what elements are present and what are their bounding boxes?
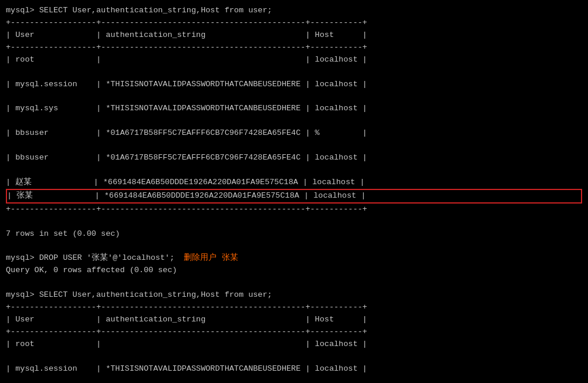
table2-row-0: | root | | localhost | [6, 340, 367, 348]
query1-line: mysql> SELECT User,authentication_string… [6, 6, 272, 15]
terminal-content: mysql> SELECT User,authentication_string… [6, 5, 582, 189]
highlighted-row-pre: | 张某 | *6691484EA6B50DDDE1926A220DA01FA9… [6, 189, 582, 204]
table1-border-top: +------------------+--------------------… [6, 18, 367, 27]
table1-bottom: +------------------+--------------------… [6, 204, 582, 383]
table1-footer: 7 rows in set (0.00 sec) [6, 229, 120, 238]
table2-row-1: | mysql.session | *THISISNOTAVALIDPASSWO… [6, 364, 367, 373]
table2-border-top: +------------------+--------------------… [6, 303, 367, 311]
table1-row-3: | bbsuser | *01A6717B58FF5C7EAFFF6CB7C96… [6, 128, 367, 137]
table1-header: | User | authentication_string | Host | [6, 30, 367, 39]
drop-result: Query OK, 0 rows affected (0.00 sec) [6, 266, 177, 274]
drop-comment: 删除用户 张某 [174, 253, 238, 262]
terminal-window: mysql> SELECT User,authentication_string… [6, 5, 582, 383]
table2-border-mid: +------------------+--------------------… [6, 327, 367, 336]
highlighted-row-wrapper: | 张某 | *6691484EA6B50DDDE1926A220DA01FA9… [6, 189, 582, 204]
table1-row-5: | 赵某 | *6691484EA6B50DDDE1926A220DA01FA9… [6, 178, 364, 187]
table1-border-mid: +------------------+--------------------… [6, 43, 367, 52]
table1-row-2: | mysql.sys | *THISISNOTAVALIDPASSWORDTH… [6, 104, 367, 113]
red-row-span: | 张某 | *6691484EA6B50DDDE1926A220DA01FA9… [6, 189, 582, 204]
table2-header: | User | authentication_string | Host | [6, 315, 367, 324]
table1-border-bot: +------------------+--------------------… [6, 205, 367, 213]
highlighted-row-text: | 张某 | *6691484EA6B50DDDE1926A220DA01FA9… [7, 191, 366, 200]
table1-row-0: | root | | localhost | [6, 55, 367, 64]
drop-cmd: mysql> DROP USER '张某'@'localhost'; [6, 253, 174, 262]
table1-row-4: | bbsuser | *01A6717B58FF5C7EAFFF6CB7C96… [6, 153, 367, 162]
table1-row-1: | mysql.session | *THISISNOTAVALIDPASSWO… [6, 80, 367, 89]
query2-line: mysql> SELECT User,authentication_string… [6, 290, 272, 299]
